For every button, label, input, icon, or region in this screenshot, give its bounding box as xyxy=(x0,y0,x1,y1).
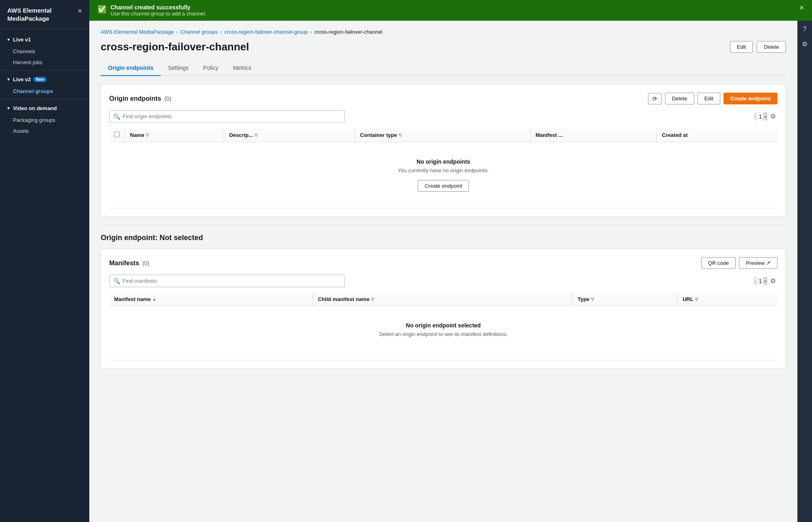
notification-content: ✅ Channel created successfully Use this … xyxy=(97,4,206,17)
sidebar-item-harvest-jobs[interactable]: Harvest jobs xyxy=(0,57,89,68)
notification-subtitle: Use this channel group to add a channel. xyxy=(110,11,206,17)
sidebar-item-packaging-groups[interactable]: Packaging groups xyxy=(0,115,89,126)
nav-divider-2 xyxy=(0,99,89,100)
chevron-down-icon-v2: ▼ xyxy=(6,77,11,82)
settings-icon[interactable]: ⚙ xyxy=(800,39,809,50)
page-actions: Edit Delete xyxy=(730,41,786,53)
breadcrumb-sep-2: › xyxy=(220,29,222,35)
url-sort-icon: ▽ xyxy=(695,297,698,301)
icon-rail: ? ⚙ xyxy=(797,21,812,522)
origin-endpoints-empty-state: No origin endpoints You currently have n… xyxy=(114,146,773,204)
breadcrumb-channel-groups[interactable]: Channel groups xyxy=(181,29,218,35)
tabs: Origin endpoints Settings Policy Metrics xyxy=(101,61,786,76)
main-content: AWS Elemental MediaPackage › Channel gro… xyxy=(89,21,797,522)
edit-endpoint-button[interactable]: Edit xyxy=(698,93,720,104)
help-icon[interactable]: ? xyxy=(801,24,808,35)
create-endpoint-button[interactable]: Create endpoint xyxy=(723,93,777,104)
sidebar-nav: ▼ Live v1 Channels Harvest jobs ▼ Live v… xyxy=(0,29,89,522)
col-child-manifest-name: Child manifest name ▽ xyxy=(313,293,572,306)
origin-endpoints-title: Origin endpoints (0) xyxy=(109,95,171,102)
notification-title: Channel created successfully xyxy=(110,4,206,11)
chevron-down-icon-vod: ▼ xyxy=(6,106,11,110)
origin-endpoints-panel-header: Origin endpoints (0) ⟳ Delete Edit Creat… xyxy=(109,93,777,104)
close-icon[interactable]: × xyxy=(78,7,82,15)
manifests-title: Manifests (0) xyxy=(109,260,149,267)
page-title: cross-region-failover-channel xyxy=(101,41,249,53)
qr-code-button[interactable]: QR code xyxy=(701,257,736,269)
sidebar-item-assets[interactable]: Assets xyxy=(0,126,89,136)
breadcrumb-sep-1: › xyxy=(176,29,178,35)
tab-settings[interactable]: Settings xyxy=(161,61,196,76)
empty-subtitle: You currently have no origin endpoints. xyxy=(122,167,764,173)
manifests-empty-title: No origin endpoint selected xyxy=(122,322,764,329)
container-sort-icon: ▽ xyxy=(399,133,402,137)
origin-endpoint-search-wrap: 🔍 xyxy=(109,110,345,123)
type-sort-icon: ▽ xyxy=(591,297,594,301)
notification-close-icon[interactable]: × xyxy=(799,4,804,11)
page-header: cross-region-failover-channel Edit Delet… xyxy=(101,41,786,53)
col-created-at: Created at xyxy=(657,128,777,142)
origin-endpoints-panel: Origin endpoints (0) ⟳ Delete Edit Creat… xyxy=(101,84,786,217)
chevron-down-icon: ▼ xyxy=(6,37,11,42)
manifests-table-settings-button[interactable]: ⚙ xyxy=(769,276,777,286)
col-name: Name ▽ xyxy=(125,128,224,142)
notification-bar: ✅ Channel created successfully Use this … xyxy=(89,0,812,21)
next-page-button[interactable]: › xyxy=(764,113,767,120)
manifests-empty-state: No origin endpoint selected Select an or… xyxy=(114,310,773,356)
sidebar: × AWS ElementalMediaPackage ▼ Live v1 Ch… xyxy=(0,0,89,522)
manifests-page-number: 1 xyxy=(759,278,762,284)
empty-create-endpoint-button[interactable]: Create endpoint xyxy=(418,180,469,192)
manifests-panel-header: Manifests (0) QR code Preview ↗ xyxy=(109,257,777,269)
manifests-search-wrap: 🔍 xyxy=(109,275,345,287)
section-divider xyxy=(101,225,786,225)
manifests-empty-subtitle: Select an origin endpoint to see its man… xyxy=(122,331,764,337)
origin-endpoint-section: Origin endpoint: Not selected Manifests … xyxy=(101,234,786,369)
right-wrapper: ✅ Channel created successfully Use this … xyxy=(89,0,812,522)
manifests-table: Manifest name ▲ Child manifest name ▽ xyxy=(109,293,777,360)
manifests-panel: Manifests (0) QR code Preview ↗ xyxy=(101,249,786,369)
origin-endpoints-actions: ⟳ Delete Edit Create endpoint xyxy=(648,93,777,104)
sidebar-item-live-v1[interactable]: ▼ Live v1 xyxy=(0,33,89,46)
origin-endpoint-search-input[interactable] xyxy=(109,110,345,123)
prev-page-button[interactable]: ‹ xyxy=(754,113,757,120)
tab-policy[interactable]: Policy xyxy=(196,61,226,76)
name-sort-icon: ▽ xyxy=(146,133,149,137)
col-manifest: Manifest ... xyxy=(531,128,657,142)
manifests-actions: QR code Preview ↗ xyxy=(701,257,777,269)
new-badge: New xyxy=(33,77,47,82)
table-settings-button[interactable]: ⚙ xyxy=(769,112,777,121)
main-with-icons: AWS Elemental MediaPackage › Channel gro… xyxy=(89,21,812,522)
success-icon: ✅ xyxy=(97,5,106,14)
search-icon: 🔍 xyxy=(113,113,120,120)
origin-endpoint-section-title: Origin endpoint: Not selected xyxy=(101,234,786,242)
tab-origin-endpoints[interactable]: Origin endpoints xyxy=(101,61,161,76)
nav-divider xyxy=(0,70,89,71)
breadcrumb-mediapackage[interactable]: AWS Elemental MediaPackage xyxy=(101,29,174,35)
sidebar-item-channel-groups[interactable]: Channel groups xyxy=(0,86,89,97)
breadcrumb: AWS Elemental MediaPackage › Channel gro… xyxy=(101,29,786,35)
manifests-prev-page-button[interactable]: ‹ xyxy=(754,277,757,285)
breadcrumb-current: cross-region-failover-channel xyxy=(314,29,382,35)
tab-metrics[interactable]: Metrics xyxy=(226,61,259,76)
breadcrumb-channel-group[interactable]: cross-region-failover-channel-group xyxy=(225,29,308,35)
sidebar-item-vod[interactable]: ▼ Video on demand xyxy=(0,102,89,115)
manifests-search-pagination-row: 🔍 ‹ 1 › ⚙ xyxy=(109,275,777,287)
manifests-search-icon: 🔍 xyxy=(113,278,120,284)
preview-button[interactable]: Preview ↗ xyxy=(739,257,777,269)
delete-button[interactable]: Delete xyxy=(757,41,786,53)
col-manifest-name: Manifest name ▲ xyxy=(109,293,313,306)
col-url: URL ▽ xyxy=(678,293,777,306)
edit-button[interactable]: Edit xyxy=(730,41,753,53)
app-name: AWS ElementalMediaPackage xyxy=(7,6,82,22)
sidebar-item-live-v2[interactable]: ▼ Live v2 New xyxy=(0,73,89,86)
sidebar-item-channels[interactable]: Channels xyxy=(0,46,89,57)
empty-title: No origin endpoints xyxy=(122,158,764,165)
endpoints-pagination: ‹ 1 › ⚙ xyxy=(754,112,777,121)
delete-endpoints-button[interactable]: Delete xyxy=(665,93,694,104)
manifests-pagination: ‹ 1 › ⚙ xyxy=(754,276,777,286)
search-pagination-row: 🔍 ‹ 1 › ⚙ xyxy=(109,110,777,123)
manifests-next-page-button[interactable]: › xyxy=(764,277,767,285)
refresh-button[interactable]: ⟳ xyxy=(648,93,662,104)
select-all-checkbox[interactable] xyxy=(114,132,120,137)
manifests-search-input[interactable] xyxy=(109,275,345,287)
